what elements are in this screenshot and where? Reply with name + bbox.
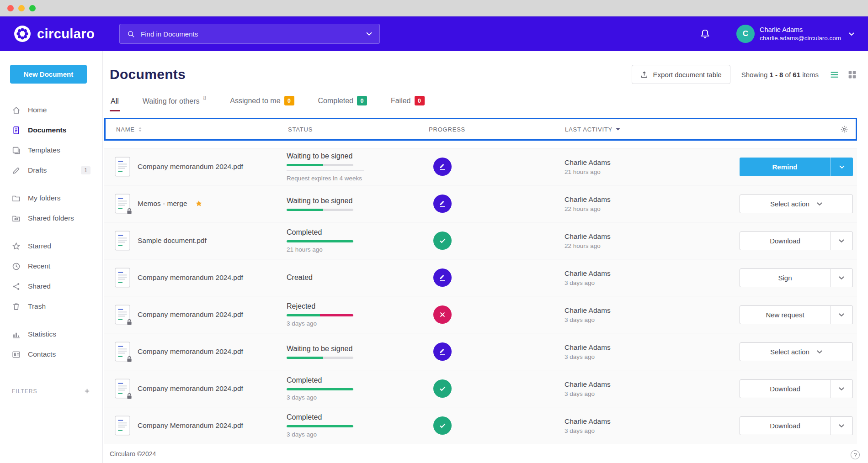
sidebar-item-contacts[interactable]: Contacts [0,344,102,364]
row-action-button[interactable]: Select action [740,342,853,361]
document-rows: Company memorandum 2024.pdf Waiting to b… [104,148,857,444]
document-name[interactable]: Company memorandum 2024.pdf [138,274,243,282]
table-row[interactable]: Company memorandum 2024.pdf Created Char… [104,259,857,296]
brand[interactable]: circularo [14,25,95,42]
main-header: Documents Export document table Showing … [104,65,857,84]
sidebar-item-templates[interactable]: Templates [0,140,102,160]
document-tabs: AllWaiting for others8Assigned to me0Com… [110,96,857,111]
lock-icon [126,356,133,363]
tab-completed[interactable]: Completed0 [317,96,368,111]
row-action-cell: Select action [740,342,857,361]
sidebar-item-recent[interactable]: Recent [0,256,102,276]
list-view-icon[interactable] [830,70,839,79]
row-action-cell: Sign [740,268,857,287]
row-action-menu-button[interactable] [830,380,852,398]
table-row[interactable]: Memos - merge Waiting to be signed Charl… [104,185,857,222]
sidebar-item-shared[interactable]: Shared [0,276,102,296]
sidebar-item-trash[interactable]: Trash [0,296,102,316]
tab-assigned-to-me[interactable]: Assigned to me0 [229,96,295,111]
brand-name: circularo [37,26,95,42]
column-header-status[interactable]: STATUS [284,126,428,133]
export-button-label: Export document table [653,71,722,79]
document-icon [12,126,21,135]
window-zoom-button[interactable] [29,5,36,11]
sidebar-item-starred[interactable]: Starred [0,236,102,256]
document-name[interactable]: Memos - merge [138,200,187,208]
table-row[interactable]: Company memorandum 2024.pdf Waiting to b… [104,148,857,185]
row-action-button[interactable]: Select action [740,195,853,213]
table-row[interactable]: Sample document.pdf Completed 21 hours a… [104,222,857,259]
row-action-menu-button[interactable] [830,417,852,435]
table-row[interactable]: Company memorandum 2024.pdf Completed 3 … [104,370,857,407]
document-search[interactable] [119,24,380,44]
status-divider [287,170,364,171]
split-action-button: New request [740,305,853,324]
user-name: Charlie Adams [760,26,841,34]
progress-status-icon [433,268,452,287]
tab-waiting-for-others[interactable]: Waiting for others8 [142,97,207,111]
user-menu[interactable]: C Charlie Adams charlie.adams@circularo.… [736,25,854,43]
signature-icon [438,199,447,208]
table-row[interactable]: Company memorandum 2024.pdf Rejected 3 d… [104,296,857,333]
search-icon [127,30,135,38]
activity-time: 3 days ago [564,279,740,286]
document-file-icon [115,268,130,288]
status-title: Waiting to be signed [287,345,426,353]
sidebar-item-home[interactable]: Home [0,100,102,120]
activity-time: 3 days ago [564,390,740,397]
table-settings-gear-icon[interactable] [840,125,848,133]
sidebar-item-shared-folders[interactable]: Shared folders [0,208,102,228]
tab-all[interactable]: All [110,97,120,111]
window-close-button[interactable] [7,5,14,11]
row-action-button[interactable]: Remind [740,158,830,176]
sidebar-item-label: My folders [28,194,61,202]
document-name[interactable]: Company memorandum 2024.pdf [138,310,243,319]
row-action-menu-button[interactable] [830,158,853,176]
add-filter-button[interactable] [84,388,91,395]
row-action-button[interactable]: Sign [740,269,830,287]
document-name[interactable]: Company memorandum 2024.pdf [138,163,243,171]
chevron-down-icon [817,350,822,353]
circularo-logo-icon [14,25,31,42]
sidebar-item-documents[interactable]: Documents [0,120,102,140]
window-minimize-button[interactable] [18,5,25,11]
tab-failed[interactable]: Failed0 [390,96,426,111]
search-input[interactable] [141,30,362,38]
check-icon [438,421,447,430]
notifications-bell-icon[interactable] [699,28,711,40]
cross-icon [438,310,447,319]
showing-count: Showing 1 - 8 of 61 items [741,71,819,79]
document-name[interactable]: Sample document.pdf [138,237,207,245]
row-action-button[interactable]: Download [740,232,830,250]
export-document-table-button[interactable]: Export document table [632,65,730,84]
row-action-menu-button[interactable] [830,269,852,287]
window-titlebar [0,0,868,16]
column-header-name[interactable]: NAME [106,126,284,133]
document-file-icon [115,194,130,214]
sidebar-item-statistics[interactable]: Statistics [0,324,102,344]
row-action-button[interactable]: Download [740,417,830,435]
document-name[interactable]: Company Memorandum 2024.pdf [138,421,243,430]
new-document-button[interactable]: New Document [10,65,87,84]
grid-view-icon[interactable] [847,70,857,79]
row-action-menu-button[interactable] [830,232,852,250]
table-row[interactable]: Company memorandum 2024.pdf Waiting to b… [104,333,857,370]
search-scope-caret-icon[interactable] [366,32,372,36]
document-name[interactable]: Company memorandum 2024.pdf [138,384,243,393]
row-action-menu-button[interactable] [830,306,852,324]
document-name[interactable]: Company memorandum 2024.pdf [138,347,243,356]
row-action-button[interactable]: New request [740,306,830,324]
column-header-last-activity[interactable]: LAST ACTIVITY [565,126,741,133]
sidebar-item-my-folders[interactable]: My folders [0,188,102,208]
showing-total: 61 [793,71,800,79]
home-icon [12,106,21,115]
sidebar-item-drafts[interactable]: Drafts1 [0,160,102,180]
column-header-progress[interactable]: PROGRESS [428,126,565,133]
status-caption: 3 days ago [287,431,426,438]
table-row[interactable]: Company Memorandum 2024.pdf Completed 3 … [104,407,857,444]
document-file-icon [115,416,130,436]
row-action-button[interactable]: Download [740,380,830,398]
avatar: C [736,25,755,43]
help-button[interactable]: ? [851,450,860,459]
contacts-icon [12,350,21,359]
